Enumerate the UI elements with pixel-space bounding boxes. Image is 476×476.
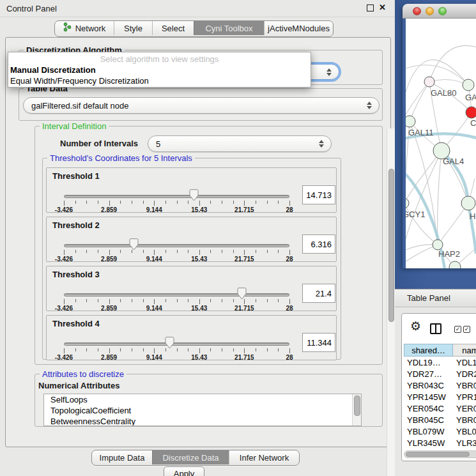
list-item[interactable]: TopologicalCoefficient — [44, 405, 361, 416]
threshold-value-field[interactable]: 21.4 — [302, 284, 335, 303]
tick-label: 9.144 — [138, 354, 170, 361]
cell-shared-name[interactable]: YDL19… — [404, 358, 453, 367]
dropdown-option-equal-width-frequency[interactable]: Equal Width/Frequency Discretization — [10, 76, 149, 86]
cell-shared-name[interactable]: YPR145W — [404, 392, 453, 402]
apply-button[interactable]: Apply — [164, 466, 204, 476]
cell-name[interactable]: YDR27 — [453, 369, 476, 379]
list-item[interactable]: SelfLoops — [44, 394, 361, 405]
network-edge[interactable] — [410, 82, 429, 121]
table-row[interactable]: YLR345WYLR34 — [404, 437, 476, 449]
minimize-traffic-light-icon[interactable] — [426, 7, 434, 15]
cell-name[interactable]: YPR14 — [453, 392, 476, 402]
dropdown-option-manual-discretization[interactable]: Manual Discretization — [10, 65, 96, 75]
num-intervals-combobox[interactable]: 5 — [148, 135, 332, 152]
tick-label: -3.426 — [48, 256, 80, 263]
tab-discretize-data[interactable]: Discretize Data — [152, 450, 229, 464]
cell-name[interactable]: YBL07 — [453, 427, 476, 436]
network-window-titlebar[interactable] — [403, 4, 476, 19]
threshold-value-field[interactable]: 11.344 — [302, 333, 335, 352]
scrollbar-thumb[interactable] — [388, 169, 394, 322]
network-node-label: GCY1 — [406, 210, 425, 219]
column-header-shared-name[interactable]: shared… — [404, 344, 453, 357]
threshold-slider-thumb[interactable] — [165, 337, 174, 349]
network-edge-thick[interactable] — [468, 203, 476, 254]
close-traffic-light-icon[interactable] — [413, 7, 421, 15]
cell-name[interactable]: YBR04 — [453, 415, 476, 425]
tick-mark — [177, 250, 178, 253]
table-row[interactable]: YBL079WYBL07 — [404, 426, 476, 437]
network-node[interactable] — [463, 79, 474, 91]
combo-arrows-icon — [367, 102, 372, 109]
float-window-icon[interactable] — [367, 4, 374, 12]
cell-name[interactable]: YER05 — [453, 404, 476, 413]
tab-jactivemnodules[interactable]: jActiveMNodules — [264, 21, 333, 35]
cell-shared-name[interactable]: YDR27… — [404, 369, 453, 379]
tab-style[interactable]: Style — [114, 21, 152, 35]
table-row[interactable]: YER054CYER05 — [404, 403, 476, 414]
threshold-value-field[interactable]: 14.713 — [302, 185, 335, 204]
cell-shared-name[interactable]: YBR045C — [404, 415, 453, 425]
table-row[interactable]: YBR043CYBR04 — [404, 380, 476, 391]
tab-cyni-toolbox[interactable]: Cyni Toolbox — [194, 21, 264, 35]
network-node[interactable] — [406, 116, 415, 127]
list-scrollbar[interactable] — [352, 394, 361, 426]
cell-shared-name[interactable]: YBR043C — [404, 381, 453, 390]
threshold-slider-thumb[interactable] — [189, 189, 199, 201]
table-row[interactable]: YPR145WYPR14 — [404, 391, 476, 403]
table-row[interactable]: YDR27…YDR27 — [404, 368, 476, 380]
cell-name[interactable]: YLR34 — [453, 438, 476, 448]
cell-shared-name[interactable]: YBL079W — [404, 427, 453, 436]
network-canvas[interactable]: GAL80GALCGAL11GAL4GCY1HHAP2 — [406, 19, 476, 268]
tick-mark — [199, 250, 200, 255]
scrollbar-thumb[interactable] — [406, 452, 470, 457]
table-data-combobox[interactable]: galFiltered.sif default node — [23, 97, 380, 114]
threshold-slider-track[interactable] — [64, 293, 289, 296]
network-edge[interactable] — [406, 82, 429, 114]
tab-infer-network[interactable]: Infer Network — [229, 450, 299, 464]
tab-impute-data[interactable]: Impute Data — [92, 450, 152, 464]
tab-network[interactable]: Network — [55, 21, 114, 35]
tick-mark — [199, 201, 200, 206]
cell-name[interactable]: YBR04 — [453, 381, 476, 390]
threshold-slider-track[interactable] — [64, 342, 289, 346]
gear-icon[interactable]: ⚙ — [410, 319, 421, 334]
dropdown-prompt: Select algorithm to view settings — [8, 54, 311, 64]
threshold-slider-track[interactable] — [64, 244, 289, 247]
threshold-slider-thumb[interactable] — [237, 288, 247, 300]
network-edge[interactable] — [406, 151, 441, 203]
cell-shared-name[interactable]: YLR345W — [404, 438, 453, 448]
checkbox-icon[interactable]: ✓ — [454, 326, 461, 333]
table-row[interactable]: YDL19…YDL19 — [404, 357, 476, 368]
tick-mark — [210, 299, 211, 302]
tick-mark — [233, 201, 234, 204]
zoom-traffic-light-icon[interactable] — [438, 7, 447, 15]
tick-mark — [222, 250, 222, 253]
network-node[interactable] — [461, 196, 475, 210]
panel-scrollbar[interactable] — [387, 128, 395, 476]
network-node[interactable] — [406, 198, 409, 208]
network-node[interactable] — [433, 240, 443, 250]
network-edge[interactable] — [429, 45, 476, 82]
threshold-slider-thumb[interactable] — [129, 238, 139, 250]
close-icon[interactable]: ✕ — [379, 4, 386, 12]
tab-select[interactable]: Select — [152, 21, 194, 35]
network-edge[interactable] — [438, 203, 468, 245]
cell-shared-name[interactable]: YER054C — [404, 404, 453, 413]
threshold-slider-track[interactable] — [64, 195, 289, 198]
top-tab-bar: Network Style Select Cyni Toolbox jActiv… — [54, 20, 334, 37]
cell-name[interactable]: YDL19 — [453, 358, 476, 367]
numerical-attributes-list[interactable]: SelfLoops TopologicalCoefficient Between… — [43, 394, 362, 426]
column-header-name[interactable]: name — [453, 344, 476, 357]
checkbox-icon[interactable]: ✓ — [463, 326, 470, 333]
list-item[interactable]: BetweennessCentrality — [44, 416, 361, 426]
network-edge[interactable] — [406, 65, 468, 85]
network-edge[interactable] — [438, 151, 441, 245]
network-node[interactable] — [424, 77, 434, 87]
table-horizontal-scrollbar[interactable] — [404, 450, 476, 458]
threshold-label: Threshold 3 — [52, 270, 100, 279]
table-row[interactable]: YBR045CYBR04 — [404, 414, 476, 426]
threshold-value-field[interactable]: 6.316 — [302, 234, 335, 254]
num-intervals-label: Number of Intervals — [60, 139, 138, 148]
columns-icon[interactable] — [430, 323, 441, 334]
network-node[interactable] — [466, 107, 476, 118]
